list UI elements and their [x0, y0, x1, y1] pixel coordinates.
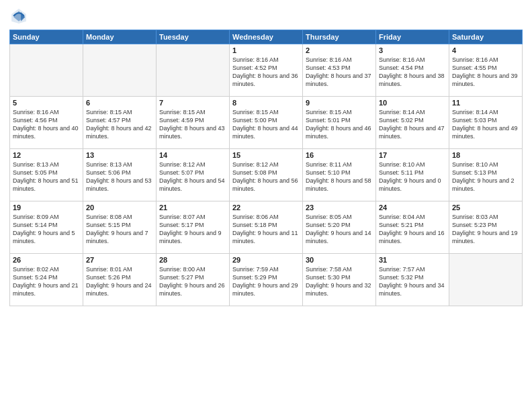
day-info: Sunrise: 8:14 AM Sunset: 5:02 PM Dayligh… [379, 108, 446, 141]
day-info: Sunrise: 8:16 AM Sunset: 4:52 PM Dayligh… [232, 56, 300, 89]
day-number: 11 [452, 99, 519, 107]
calendar-cell: 3Sunrise: 8:16 AM Sunset: 4:54 PM Daylig… [376, 44, 449, 97]
day-number: 3 [379, 46, 446, 54]
day-number: 24 [379, 203, 446, 212]
calendar-cell: 16Sunrise: 8:11 AM Sunset: 5:10 PM Dayli… [303, 149, 376, 201]
calendar-cell: 2Sunrise: 8:16 AM Sunset: 4:53 PM Daylig… [303, 44, 376, 97]
day-info: Sunrise: 8:04 AM Sunset: 5:21 PM Dayligh… [379, 213, 446, 246]
calendar-cell: 10Sunrise: 8:14 AM Sunset: 5:02 PM Dayli… [376, 97, 449, 149]
day-number: 7 [159, 99, 226, 107]
day-number: 13 [86, 151, 153, 159]
day-info: Sunrise: 8:16 AM Sunset: 4:53 PM Dayligh… [306, 56, 373, 89]
day-info: Sunrise: 8:08 AM Sunset: 5:15 PM Dayligh… [86, 213, 153, 246]
day-info: Sunrise: 8:16 AM Sunset: 4:55 PM Dayligh… [452, 56, 519, 89]
calendar-cell: 4Sunrise: 8:16 AM Sunset: 4:55 PM Daylig… [449, 44, 523, 97]
page: SundayMondayTuesdayWednesdayThursdayFrid… [0, 0, 532, 411]
weekday-header-sunday: Sunday [10, 30, 83, 44]
day-number: 21 [159, 203, 226, 212]
day-number: 29 [232, 256, 300, 264]
day-info: Sunrise: 8:15 AM Sunset: 5:01 PM Dayligh… [306, 108, 373, 141]
day-info: Sunrise: 7:57 AM Sunset: 5:32 PM Dayligh… [379, 265, 446, 298]
weekday-header-monday: Monday [83, 30, 157, 44]
day-info: Sunrise: 8:15 AM Sunset: 4:59 PM Dayligh… [159, 108, 226, 141]
calendar-cell: 19Sunrise: 8:09 AM Sunset: 5:14 PM Dayli… [10, 201, 83, 254]
logo-icon [9, 7, 28, 26]
weekday-header-row: SundayMondayTuesdayWednesdayThursdayFrid… [10, 30, 523, 44]
day-number: 12 [13, 151, 80, 159]
day-number: 1 [232, 46, 300, 54]
calendar-cell: 22Sunrise: 8:06 AM Sunset: 5:18 PM Dayli… [230, 201, 303, 254]
calendar-cell: 26Sunrise: 8:02 AM Sunset: 5:24 PM Dayli… [10, 254, 83, 306]
weekday-header-saturday: Saturday [449, 30, 523, 44]
calendar-cell [449, 254, 523, 306]
week-row-1: 1Sunrise: 8:16 AM Sunset: 4:52 PM Daylig… [10, 44, 523, 97]
day-info: Sunrise: 8:16 AM Sunset: 4:54 PM Dayligh… [379, 56, 446, 89]
weekday-header-wednesday: Wednesday [230, 30, 303, 44]
calendar-cell: 8Sunrise: 8:15 AM Sunset: 5:00 PM Daylig… [230, 97, 303, 149]
calendar-cell: 18Sunrise: 8:10 AM Sunset: 5:13 PM Dayli… [449, 149, 523, 201]
weekday-header-thursday: Thursday [303, 30, 376, 44]
calendar-cell: 20Sunrise: 8:08 AM Sunset: 5:15 PM Dayli… [83, 201, 157, 254]
day-info: Sunrise: 8:02 AM Sunset: 5:24 PM Dayligh… [13, 265, 80, 298]
day-info: Sunrise: 8:10 AM Sunset: 5:13 PM Dayligh… [452, 161, 519, 193]
calendar-cell: 27Sunrise: 8:01 AM Sunset: 5:26 PM Dayli… [83, 254, 157, 306]
calendar-cell: 9Sunrise: 8:15 AM Sunset: 5:01 PM Daylig… [303, 97, 376, 149]
day-info: Sunrise: 8:13 AM Sunset: 5:06 PM Dayligh… [86, 161, 153, 193]
logo [9, 7, 31, 26]
day-number: 22 [232, 203, 300, 212]
day-info: Sunrise: 8:13 AM Sunset: 5:05 PM Dayligh… [13, 161, 80, 193]
calendar-cell [157, 44, 230, 97]
day-info: Sunrise: 8:15 AM Sunset: 5:00 PM Dayligh… [232, 108, 300, 141]
day-number: 20 [86, 203, 153, 212]
day-info: Sunrise: 7:59 AM Sunset: 5:29 PM Dayligh… [232, 265, 300, 298]
day-info: Sunrise: 8:11 AM Sunset: 5:10 PM Dayligh… [306, 161, 373, 193]
calendar-cell: 17Sunrise: 8:10 AM Sunset: 5:11 PM Dayli… [376, 149, 449, 201]
day-info: Sunrise: 8:09 AM Sunset: 5:14 PM Dayligh… [13, 213, 80, 246]
calendar-cell [83, 44, 157, 97]
day-number: 15 [232, 151, 300, 159]
week-row-3: 12Sunrise: 8:13 AM Sunset: 5:05 PM Dayli… [10, 149, 523, 201]
day-number: 8 [232, 99, 300, 107]
calendar-cell: 30Sunrise: 7:58 AM Sunset: 5:30 PM Dayli… [303, 254, 376, 306]
calendar-cell: 24Sunrise: 8:04 AM Sunset: 5:21 PM Dayli… [376, 201, 449, 254]
calendar-cell: 28Sunrise: 8:00 AM Sunset: 5:27 PM Dayli… [157, 254, 230, 306]
calendar-cell: 29Sunrise: 7:59 AM Sunset: 5:29 PM Dayli… [230, 254, 303, 306]
day-number: 30 [306, 256, 373, 264]
day-info: Sunrise: 8:12 AM Sunset: 5:08 PM Dayligh… [232, 161, 300, 193]
weekday-header-friday: Friday [376, 30, 449, 44]
day-info: Sunrise: 8:14 AM Sunset: 5:03 PM Dayligh… [452, 108, 519, 141]
calendar-cell: 31Sunrise: 7:57 AM Sunset: 5:32 PM Dayli… [376, 254, 449, 306]
calendar-cell: 13Sunrise: 8:13 AM Sunset: 5:06 PM Dayli… [83, 149, 157, 201]
week-row-2: 5Sunrise: 8:16 AM Sunset: 4:56 PM Daylig… [10, 97, 523, 149]
calendar-cell: 5Sunrise: 8:16 AM Sunset: 4:56 PM Daylig… [10, 97, 83, 149]
week-row-4: 19Sunrise: 8:09 AM Sunset: 5:14 PM Dayli… [10, 201, 523, 254]
day-info: Sunrise: 8:06 AM Sunset: 5:18 PM Dayligh… [232, 213, 300, 246]
day-number: 26 [13, 256, 80, 264]
day-number: 18 [452, 151, 519, 159]
header [9, 7, 523, 26]
day-number: 19 [13, 203, 80, 212]
day-info: Sunrise: 8:16 AM Sunset: 4:56 PM Dayligh… [13, 108, 80, 141]
day-number: 10 [379, 99, 446, 107]
day-number: 25 [452, 203, 519, 212]
day-number: 6 [86, 99, 153, 107]
day-info: Sunrise: 7:58 AM Sunset: 5:30 PM Dayligh… [306, 265, 373, 298]
day-info: Sunrise: 8:03 AM Sunset: 5:23 PM Dayligh… [452, 213, 519, 246]
day-number: 31 [379, 256, 446, 264]
calendar-cell [10, 44, 83, 97]
calendar-cell: 11Sunrise: 8:14 AM Sunset: 5:03 PM Dayli… [449, 97, 523, 149]
day-number: 28 [159, 256, 226, 264]
day-number: 27 [86, 256, 153, 264]
day-info: Sunrise: 8:00 AM Sunset: 5:27 PM Dayligh… [159, 265, 226, 298]
day-info: Sunrise: 8:12 AM Sunset: 5:07 PM Dayligh… [159, 161, 226, 193]
calendar-cell: 1Sunrise: 8:16 AM Sunset: 4:52 PM Daylig… [230, 44, 303, 97]
day-number: 5 [13, 99, 80, 107]
day-number: 14 [159, 151, 226, 159]
day-number: 16 [306, 151, 373, 159]
day-info: Sunrise: 8:05 AM Sunset: 5:20 PM Dayligh… [306, 213, 373, 246]
calendar-cell: 12Sunrise: 8:13 AM Sunset: 5:05 PM Dayli… [10, 149, 83, 201]
week-row-5: 26Sunrise: 8:02 AM Sunset: 5:24 PM Dayli… [10, 254, 523, 306]
day-number: 4 [452, 46, 519, 54]
day-number: 23 [306, 203, 373, 212]
calendar-cell: 23Sunrise: 8:05 AM Sunset: 5:20 PM Dayli… [303, 201, 376, 254]
